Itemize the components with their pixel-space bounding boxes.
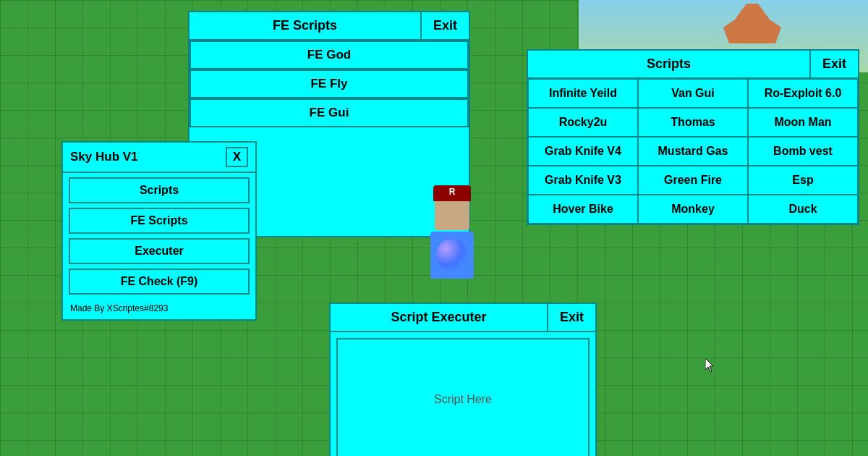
scripts-exit-button[interactable]: Exit <box>811 51 858 77</box>
scripts-grid-button-0[interactable]: Infinite Yeild <box>528 79 638 108</box>
fe-scripts-exit-button[interactable]: Exit <box>422 12 469 39</box>
scripts-grid-button-2[interactable]: Ro-Exploit 6.0 <box>748 79 858 108</box>
executer-panel: Script Executer Exit Script Here <box>329 303 597 456</box>
scripts-grid-button-11[interactable]: Esp <box>748 166 858 195</box>
executer-placeholder: Script Here <box>434 393 492 406</box>
fe-gui-button[interactable]: FE Gui <box>190 98 469 127</box>
sky-hub-footer: Made By XScriptes#8293 <box>63 299 255 319</box>
fe-scripts-header: FE Scripts Exit <box>190 12 469 41</box>
mouse-cursor <box>705 358 717 373</box>
character-body <box>430 232 474 279</box>
sky-hub-panel: Sky Hub V1 X Scripts FE Scripts Executer… <box>61 141 257 321</box>
fe-god-button[interactable]: FE God <box>190 41 469 69</box>
scripts-grid-button-1[interactable]: Van Gui <box>638 79 748 108</box>
scripts-panel: Scripts Exit Infinite YeildVan GuiRo-Exp… <box>527 49 859 225</box>
character-cap <box>433 185 471 201</box>
scripts-button[interactable]: Scripts <box>69 177 250 203</box>
scripts-grid-button-3[interactable]: Rocky2u <box>528 108 638 137</box>
scripts-grid-button-5[interactable]: Moon Man <box>748 108 858 137</box>
character-head <box>435 195 469 230</box>
sky-hub-title: Sky Hub V1 <box>70 150 220 164</box>
scripts-header: Scripts Exit <box>528 51 858 79</box>
fe-check-button[interactable]: FE Check (F9) <box>69 269 250 295</box>
executer-button[interactable]: Executer <box>69 238 250 264</box>
scripts-grid-button-13[interactable]: Monkey <box>638 195 748 224</box>
executer-exit-button[interactable]: Exit <box>548 304 595 331</box>
scripts-grid: Infinite YeildVan GuiRo-Exploit 6.0Rocky… <box>528 79 858 224</box>
executer-text-area[interactable]: Script Here <box>336 338 590 456</box>
scripts-grid-button-8[interactable]: Bomb vest <box>748 137 858 166</box>
sky-hub-header: Sky Hub V1 X <box>63 143 255 173</box>
character <box>409 195 495 311</box>
sky-hub-close-button[interactable]: X <box>226 147 248 167</box>
scripts-grid-button-14[interactable]: Duck <box>748 195 858 224</box>
scripts-grid-button-9[interactable]: Grab Knife V3 <box>528 166 638 195</box>
scripts-grid-button-12[interactable]: Hover Bike <box>528 195 638 224</box>
scripts-grid-button-6[interactable]: Grab Knife V4 <box>528 137 638 166</box>
fe-fly-button[interactable]: FE Fly <box>190 69 469 98</box>
scripts-grid-button-10[interactable]: Green Fire <box>638 166 748 195</box>
scripts-title: Scripts <box>528 51 811 77</box>
fe-scripts-title: FE Scripts <box>190 12 422 39</box>
fe-scripts-nav-button[interactable]: FE Scripts <box>69 208 250 234</box>
scripts-grid-button-7[interactable]: Mustard Gas <box>638 137 748 166</box>
scripts-grid-button-4[interactable]: Thomas <box>638 108 748 137</box>
